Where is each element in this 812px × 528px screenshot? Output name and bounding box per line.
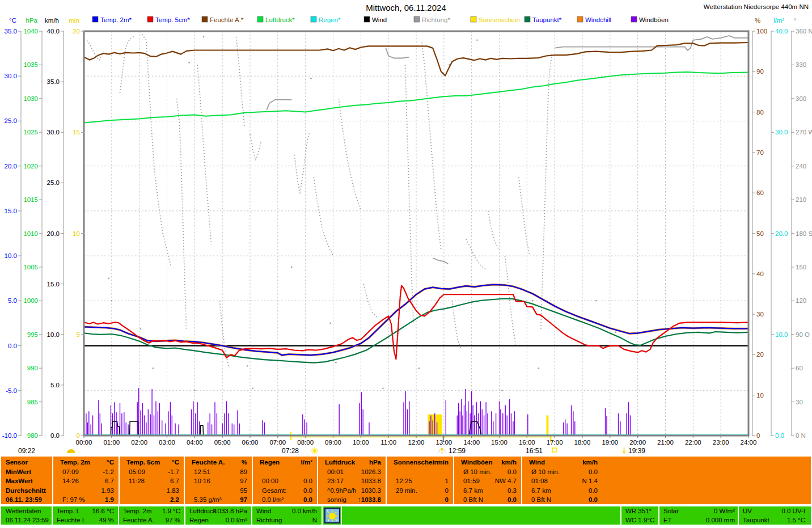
- svg-text:35.0: 35.0: [47, 78, 60, 85]
- svg-text:210: 210: [796, 196, 806, 203]
- svg-text:15.0: 15.0: [5, 208, 17, 214]
- sensor-row-label: MaxWert: [6, 476, 33, 486]
- svg-text:20.0: 20.0: [5, 163, 17, 170]
- column-separator: [52, 457, 53, 504]
- svg-text:Windböen: Windböen: [639, 16, 669, 23]
- svg-text:0.0: 0.0: [8, 343, 17, 349]
- svg-text:1005: 1005: [23, 264, 38, 271]
- table-column-unit: km/h: [523, 458, 598, 467]
- svg-text:07:28: 07:28: [282, 447, 299, 455]
- table-cell-value: 1.9: [54, 495, 114, 505]
- svg-text:17:00: 17:00: [547, 439, 563, 446]
- table-cell-value: 1.83: [121, 486, 179, 496]
- table-cell-value: NW 4.7: [455, 476, 517, 486]
- status-value: N: [254, 516, 317, 525]
- svg-text:40.0: 40.0: [775, 28, 788, 35]
- svg-text:Temp. 2m*: Temp. 2m*: [100, 16, 132, 23]
- svg-text:70: 70: [756, 149, 764, 156]
- svg-text:60: 60: [796, 365, 803, 371]
- legend-item-luftdruck-: Luftdruck*: [257, 16, 295, 23]
- svg-text:1025: 1025: [23, 129, 38, 136]
- status-label: Wetterdaten: [6, 507, 41, 516]
- svg-text:5.0: 5.0: [50, 382, 60, 388]
- svg-text:980: 980: [27, 432, 38, 439]
- svg-text:10.0: 10.0: [5, 252, 17, 259]
- table-column-unit: °C: [54, 458, 114, 467]
- column-separator: [252, 457, 253, 504]
- table-cell-value: 6.7: [121, 476, 179, 486]
- svg-text:80: 80: [756, 109, 764, 116]
- svg-text:09:22: 09:22: [18, 447, 35, 455]
- svg-text:0 N: 0 N: [796, 432, 806, 439]
- legend-swatch: [364, 16, 370, 22]
- column-separator: [386, 457, 387, 504]
- svg-text:Windchill: Windchill: [585, 16, 611, 23]
- svg-text:19:39: 19:39: [628, 447, 645, 455]
- svg-text:360 N: 360 N: [796, 28, 812, 35]
- table-cell-value: 0.0: [455, 467, 517, 477]
- column-separator: [184, 457, 185, 504]
- svg-text:20: 20: [73, 28, 80, 35]
- table-column-unit: %: [186, 458, 247, 467]
- svg-text:25.0: 25.0: [47, 179, 60, 186]
- status-value: 97 %: [121, 516, 180, 525]
- svg-text:1040: 1040: [23, 28, 38, 35]
- table-cell-value: 1033.8: [319, 476, 381, 486]
- svg-text:30: 30: [756, 311, 764, 318]
- zenith-icon: [439, 447, 445, 454]
- axis-kmh: 0.05.010.015.020.025.030.035.040.0km/h: [45, 17, 64, 439]
- svg-text:5: 5: [77, 331, 80, 338]
- down-arrow-icon: [623, 447, 626, 454]
- svg-text:1000: 1000: [23, 297, 38, 304]
- cell-separator: [184, 506, 185, 525]
- sensor-table: SensorMinWertMaxWertDurchschnitt06.11. 2…: [1, 457, 811, 504]
- svg-text:40.0: 40.0: [47, 28, 60, 35]
- table-cell-value: 0.0: [455, 495, 517, 505]
- sensor-row-label: Sensor: [6, 458, 28, 467]
- svg-text:08:00: 08:00: [297, 439, 314, 446]
- svg-text:30.0: 30.0: [47, 129, 60, 136]
- svg-text:13:00: 13:00: [435, 439, 452, 446]
- svg-text:90: 90: [756, 68, 764, 75]
- status-value: 0.000 mm: [661, 516, 735, 525]
- status-value: 1033.8 hPa: [187, 507, 247, 516]
- sun-icon: [311, 447, 318, 454]
- sensor-row-label: Durchschnitt: [6, 486, 46, 496]
- svg-text:16:51: 16:51: [526, 447, 543, 455]
- svg-text:Taupunkt*: Taupunkt*: [532, 16, 562, 23]
- cell-separator: [341, 506, 342, 525]
- legend-item-temp-2m-: Temp. 2m*: [92, 16, 132, 23]
- svg-text:10:00: 10:00: [353, 439, 369, 446]
- table-cell-value: 0: [388, 486, 449, 496]
- svg-text:1020: 1020: [23, 163, 38, 170]
- table-cell-value: N 1.4: [523, 476, 598, 486]
- table-cell-value: 0.0: [254, 495, 312, 505]
- column-separator: [453, 457, 454, 504]
- svg-text:20.0: 20.0: [47, 230, 60, 237]
- svg-text:1030: 1030: [23, 95, 38, 102]
- svg-text:25.0: 25.0: [5, 117, 17, 124]
- table-cell-value: 0.0: [523, 486, 598, 496]
- table-cell-value: ↑1033.8: [319, 495, 381, 505]
- svg-text:Feuchte A.*: Feuchte A.*: [210, 16, 244, 23]
- svg-text:23:00: 23:00: [713, 439, 729, 446]
- cell-separator: [322, 506, 323, 525]
- axis-pct: 0102030405060708090100%: [752, 17, 767, 439]
- svg-text:06:00: 06:00: [242, 439, 259, 446]
- legend-swatch: [631, 16, 637, 22]
- table-cell-value: 6.7: [54, 476, 114, 486]
- svg-text:35.0: 35.0: [5, 28, 17, 35]
- svg-text:01:00: 01:00: [103, 439, 120, 446]
- axis-lm2: 0.010.020.030.040.0l/m²: [771, 17, 788, 439]
- legend-item-wind: Wind: [364, 16, 387, 23]
- axis-C: -10.0-5.00.05.010.015.020.025.030.035.0°…: [2, 17, 22, 439]
- svg-text:05:00: 05:00: [214, 439, 231, 446]
- svg-text:270 W: 270 W: [796, 129, 812, 136]
- table-column-unit: °C: [121, 458, 179, 467]
- svg-text:0: 0: [756, 432, 760, 439]
- table-column-unit: hPa: [319, 458, 381, 467]
- cell-separator: [251, 506, 252, 525]
- svg-text:50: 50: [756, 230, 764, 237]
- table-cell-value: 97: [186, 495, 247, 505]
- svg-text:5.0: 5.0: [8, 297, 17, 304]
